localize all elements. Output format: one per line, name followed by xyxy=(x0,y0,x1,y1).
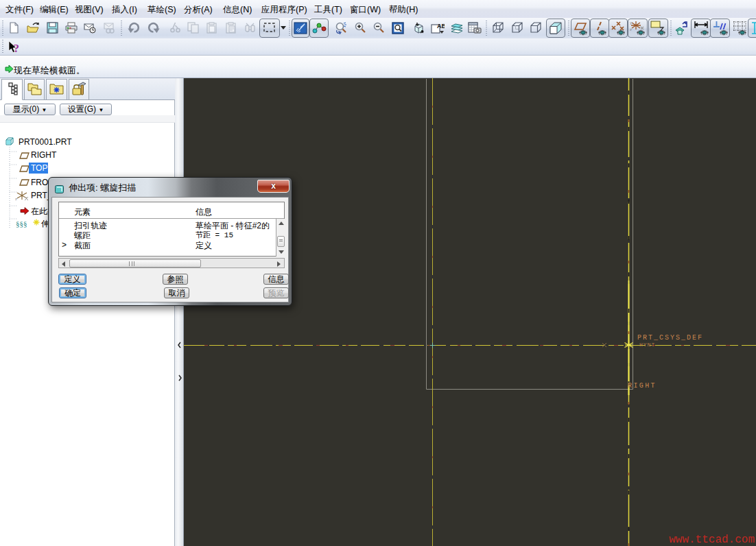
svg-text:RIGHT: RIGHT xyxy=(628,382,657,390)
svg-text:z: z xyxy=(15,197,17,201)
svg-text:z: z xyxy=(630,27,632,32)
svg-text:AB: AB xyxy=(437,23,445,29)
svg-text:HYNT: HYNT xyxy=(639,342,655,348)
svg-text:PRT_CSYS_DEF: PRT_CSYS_DEF xyxy=(637,334,703,342)
svg-text:§§§: §§§ xyxy=(16,219,27,228)
svg-text:y: y xyxy=(630,21,632,25)
svg-text:?: ? xyxy=(14,42,20,55)
